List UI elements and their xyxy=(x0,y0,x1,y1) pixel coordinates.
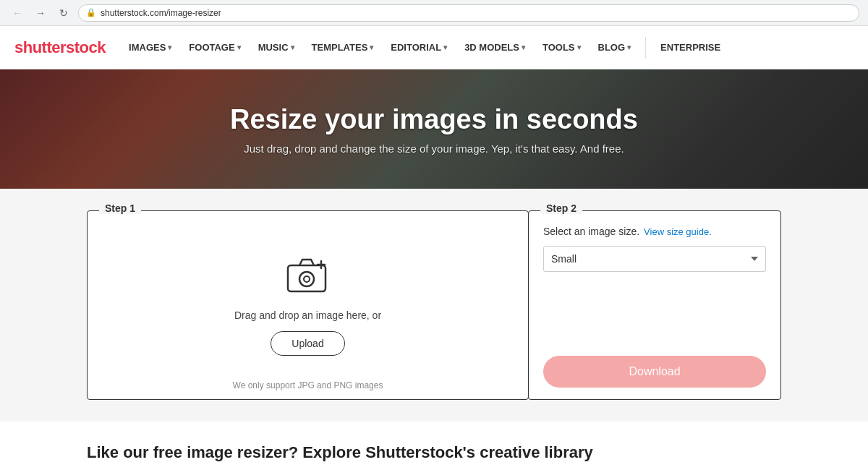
download-button[interactable]: Download xyxy=(543,356,766,388)
lock-icon: 🔒 xyxy=(86,8,96,17)
step1-box: Step 1 Drag and drop an image here, or U… xyxy=(87,210,529,400)
chevron-down-icon: ▾ xyxy=(522,43,525,51)
support-text: We only support JPG and PNG images xyxy=(88,380,528,390)
chevron-down-icon: ▾ xyxy=(370,43,373,51)
step2-label: Step 2 xyxy=(540,202,582,214)
view-size-guide-link[interactable]: View size guide. xyxy=(644,226,712,237)
chevron-down-icon: ▾ xyxy=(237,43,241,51)
forward-button[interactable]: → xyxy=(32,4,49,22)
nav-item-footage[interactable]: FOOTAGE ▾ xyxy=(180,26,249,69)
nav-item-blog[interactable]: BLOG ▾ xyxy=(590,26,640,69)
hero-title: Resize your images in seconds xyxy=(230,104,638,135)
svg-rect-0 xyxy=(288,265,326,291)
nav-item-tools[interactable]: TOOLS ▾ xyxy=(534,26,590,69)
select-size-label: Select an image size. View size guide. xyxy=(543,226,766,237)
step1-label: Step 1 xyxy=(99,202,141,214)
navigation: shutterstock IMAGES ▾ FOOTAGE ▾ MUSIC ▾ … xyxy=(0,26,868,69)
svg-point-1 xyxy=(299,272,314,286)
nav-item-images[interactable]: IMAGES ▾ xyxy=(120,26,180,69)
hero-content: Resize your images in seconds Just drag,… xyxy=(0,69,868,189)
nav-items: IMAGES ▾ FOOTAGE ▾ MUSIC ▾ TEMPLATES ▾ E… xyxy=(120,26,854,69)
upload-button[interactable]: Upload xyxy=(271,331,344,356)
back-button[interactable]: ← xyxy=(9,4,26,22)
nav-item-editorial[interactable]: EDITORIAL ▾ xyxy=(382,26,456,69)
hero-section: Resize your images in seconds Just drag,… xyxy=(0,69,868,189)
nav-item-3dmodels[interactable]: 3D MODELS ▾ xyxy=(456,26,534,69)
hero-subtitle: Just drag, drop and change the size of y… xyxy=(244,142,624,155)
nav-divider xyxy=(645,37,646,59)
svg-point-2 xyxy=(304,276,310,282)
nav-item-enterprise[interactable]: ENTERPRISE xyxy=(652,42,729,53)
chevron-down-icon: ▾ xyxy=(627,43,631,51)
step1-inner: Drag and drop an image here, or Upload xyxy=(88,211,528,399)
chevron-down-icon: ▾ xyxy=(443,43,447,51)
reload-button[interactable]: ↻ xyxy=(55,4,72,22)
chevron-down-icon: ▾ xyxy=(577,43,581,51)
url-text: shutterstock.com/image-resizer xyxy=(101,8,221,18)
size-select[interactable]: Small Medium Large Custom xyxy=(543,246,766,272)
browser-chrome: ← → ↻ 🔒 shutterstock.com/image-resizer xyxy=(0,0,868,26)
chevron-down-icon: ▾ xyxy=(168,43,171,51)
chevron-down-icon: ▾ xyxy=(291,43,294,51)
step2-inner: Select an image size. View size guide. S… xyxy=(529,211,780,399)
address-bar[interactable]: 🔒 shutterstock.com/image-resizer xyxy=(78,4,859,22)
logo[interactable]: shutterstock xyxy=(14,38,106,57)
steps-container: Step 1 Drag and drop an image here, or U… xyxy=(87,210,781,400)
drag-drop-text: Drag and drop an image here, or xyxy=(234,309,381,321)
nav-item-music[interactable]: MUSIC ▾ xyxy=(250,26,303,69)
library-title: Like our free image resizer? Explore Shu… xyxy=(87,443,781,462)
nav-item-templates[interactable]: TEMPLATES ▾ xyxy=(303,26,383,69)
upload-camera-icon xyxy=(286,255,330,299)
main-content: Step 1 Drag and drop an image here, or U… xyxy=(0,189,868,422)
library-section: Like our free image resizer? Explore Shu… xyxy=(0,422,868,470)
step2-box: Step 2 Select an image size. View size g… xyxy=(528,210,781,400)
